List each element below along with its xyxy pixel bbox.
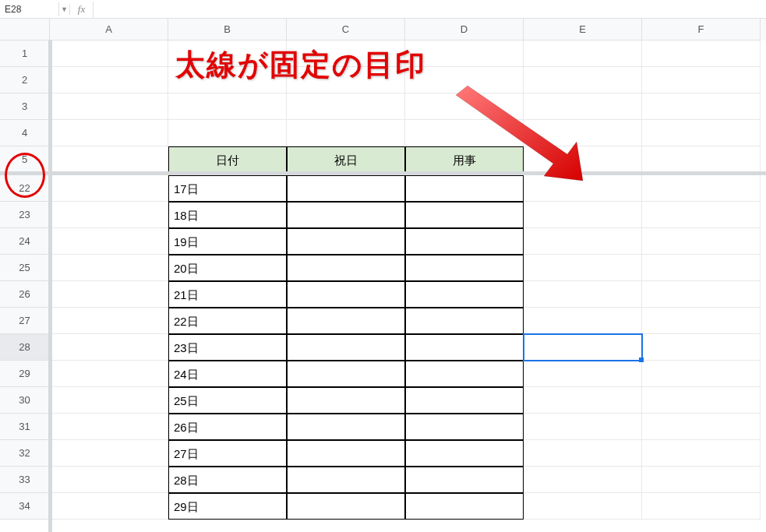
cell-F30[interactable] [642,387,761,414]
cell-F29[interactable] [642,361,761,387]
cell-D34[interactable] [405,493,524,520]
cell-A32[interactable] [50,440,168,467]
cell-C28[interactable] [287,334,405,361]
cell-F24[interactable] [642,228,761,255]
cell-D26[interactable] [405,281,524,308]
row-header-29[interactable]: 29 [0,361,50,387]
row-header-23[interactable]: 23 [0,202,50,228]
cell-C27[interactable] [287,308,405,334]
cell-C24[interactable] [287,228,405,255]
cell-A34[interactable] [50,493,168,520]
row-header-30[interactable]: 30 [0,387,50,414]
cell-A22[interactable] [50,175,168,202]
cell-B24[interactable]: 19日 [168,228,287,255]
cell-C4[interactable] [287,120,405,146]
row-header-26[interactable]: 26 [0,281,50,308]
cell-F31[interactable] [642,414,761,440]
cell-A29[interactable] [50,361,168,387]
cell-C29[interactable] [287,361,405,387]
cell-C34[interactable] [287,493,405,520]
freeze-column-indicator[interactable] [48,41,52,532]
cell-A5[interactable] [50,146,168,173]
cell-C25[interactable] [287,255,405,281]
row-header-2[interactable]: 2 [0,67,50,93]
cell-F1[interactable] [642,41,761,67]
row-header-4[interactable]: 4 [0,120,50,146]
cell-F32[interactable] [642,440,761,467]
cell-F26[interactable] [642,281,761,308]
cell-B26[interactable]: 21日 [168,281,287,308]
cell-B28[interactable]: 23日 [168,334,287,361]
name-box[interactable]: E28 [0,2,59,16]
cell-C5[interactable]: 祝日 [287,146,405,173]
select-all-corner[interactable] [0,19,50,41]
cell-B32[interactable]: 27日 [168,440,287,467]
cell-A27[interactable] [50,308,168,334]
row-header-27[interactable]: 27 [0,308,50,334]
row-header-33[interactable]: 33 [0,467,50,493]
cell-C3[interactable] [287,93,405,120]
cell-C30[interactable] [287,387,405,414]
cell-F22[interactable] [642,175,761,202]
cell-D23[interactable] [405,202,524,228]
cell-A1[interactable] [50,41,168,67]
row-header-24[interactable]: 24 [0,228,50,255]
cell-A33[interactable] [50,467,168,493]
cell-B5[interactable]: 日付 [168,146,287,173]
cell-D28[interactable] [405,334,524,361]
cell-E23[interactable] [524,202,642,228]
cell-E32[interactable] [524,440,642,467]
cell-A30[interactable] [50,387,168,414]
formula-input[interactable] [94,8,766,11]
row-header-3[interactable]: 3 [0,93,50,120]
cell-B3[interactable] [168,93,287,120]
cell-C31[interactable] [287,414,405,440]
cell-E25[interactable] [524,255,642,281]
cell-B29[interactable]: 24日 [168,361,287,387]
col-header-D[interactable]: D [405,19,524,41]
cell-E29[interactable] [524,361,642,387]
cell-C32[interactable] [287,440,405,467]
cell-E34[interactable] [524,493,642,520]
name-box-dropdown-icon[interactable]: ▼ [59,4,70,15]
col-header-A[interactable]: A [50,19,168,41]
cell-B4[interactable] [168,120,287,146]
cell-B22[interactable]: 17日 [168,175,287,202]
row-header-25[interactable]: 25 [0,255,50,281]
cell-F27[interactable] [642,308,761,334]
cell-D31[interactable] [405,414,524,440]
cell-A24[interactable] [50,228,168,255]
cell-F3[interactable] [642,93,761,120]
cell-F2[interactable] [642,67,761,93]
cell-E27[interactable] [524,308,642,334]
cell-A31[interactable] [50,414,168,440]
cell-D29[interactable] [405,361,524,387]
cell-B33[interactable]: 28日 [168,467,287,493]
cell-D30[interactable] [405,387,524,414]
cell-E1[interactable] [524,41,642,67]
cell-A2[interactable] [50,67,168,93]
row-header-31[interactable]: 31 [0,414,50,440]
cell-A28[interactable] [50,334,168,361]
cell-B27[interactable]: 22日 [168,308,287,334]
cell-E33[interactable] [524,467,642,493]
cell-D33[interactable] [405,467,524,493]
cell-A25[interactable] [50,255,168,281]
cell-B31[interactable]: 26日 [168,414,287,440]
cell-B25[interactable]: 20日 [168,255,287,281]
cell-E26[interactable] [524,281,642,308]
cell-C22[interactable] [287,175,405,202]
cell-F33[interactable] [642,467,761,493]
row-header-1[interactable]: 1 [0,41,50,67]
cell-F23[interactable] [642,202,761,228]
cell-D32[interactable] [405,440,524,467]
cell-A3[interactable] [50,93,168,120]
cell-F34[interactable] [642,493,761,520]
cell-E31[interactable] [524,414,642,440]
cell-D25[interactable] [405,255,524,281]
cell-C33[interactable] [287,467,405,493]
cell-E28[interactable] [524,334,642,361]
cell-B34[interactable]: 29日 [168,493,287,520]
col-header-F[interactable]: F [642,19,761,41]
cell-E24[interactable] [524,228,642,255]
